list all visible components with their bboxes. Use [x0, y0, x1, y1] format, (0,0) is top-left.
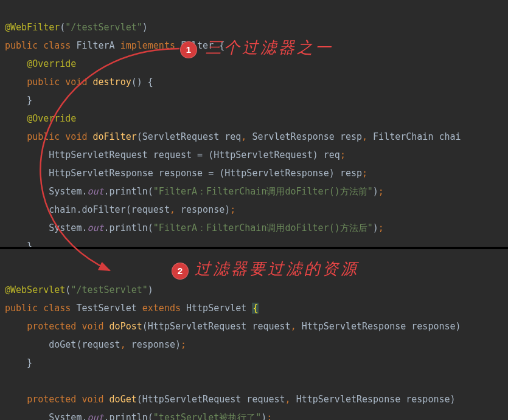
- code-pane-filter[interactable]: @WebFilter("/testServlet") public class …: [0, 0, 508, 247]
- annotation-text-2: 过滤器要过滤的资源: [195, 260, 359, 278]
- cursor-brace: {: [252, 303, 259, 314]
- annotation-text-1: 三个过滤器之一: [206, 39, 333, 57]
- annotation-webfilter: @WebFilter: [5, 22, 60, 33]
- annotation-badge-2: 2: [172, 263, 189, 280]
- annotation-webservlet: @WebServlet: [5, 284, 65, 295]
- annotation-badge-1: 1: [180, 41, 197, 58]
